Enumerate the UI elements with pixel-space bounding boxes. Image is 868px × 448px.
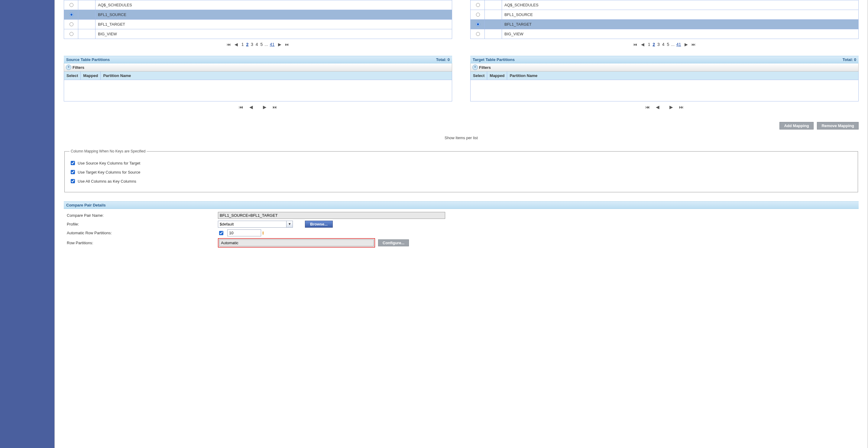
compare-pair-name-field[interactable] [218,212,445,219]
filters-label: Filters [479,65,491,70]
radio-cell [64,20,78,29]
arp-checkbox[interactable] [219,231,223,235]
compare-pair-name-label: Compare Pair Name: [64,213,218,218]
spacer-cell [78,29,95,39]
first-page-icon[interactable]: ⏮ [643,104,652,110]
table-row[interactable]: BFL1_SOURCE [64,10,452,20]
table-row[interactable]: BIG_VIEW [64,29,452,39]
left-sidebar [0,0,54,448]
table-name-cell: AQ$_SCHEDULES [502,0,859,10]
table-name-cell: BFL1_SOURCE [502,10,859,20]
profile-label: Profile: [64,222,218,227]
arp-value-input[interactable] [227,230,261,236]
source-filters-bar[interactable]: + Filters [64,63,452,72]
pager-ellipsis: ... [671,42,676,47]
use-target-key-label: Use Target Key Columns for Source [78,170,140,174]
next-page-icon[interactable]: ▶ [683,42,690,47]
chevron-down-icon[interactable]: ▾ [286,221,293,228]
target-table-panel: AQ$_SCHEDULESBFL1_SOURCEBFL1_TARGETBIG_V… [470,0,859,56]
plus-icon[interactable]: + [472,65,478,70]
configure-button[interactable]: Configure... [378,239,409,246]
pager-page-link[interactable]: 41 [676,42,682,47]
spinner-down-icon[interactable]: ▼ [262,233,265,235]
row-radio[interactable] [476,13,480,16]
target-partition-pager: ⏮ ◀ ▶ ⏭ [470,101,859,122]
browse-button[interactable]: Browse... [305,221,333,228]
use-source-key-label: Use Source Key Columns for Target [78,161,140,166]
table-name-cell: BFL1_SOURCE [95,10,452,20]
target-partition-body [470,80,859,101]
radio-cell [64,10,78,20]
plus-icon[interactable]: + [66,65,71,70]
spacer-cell [485,10,502,20]
remove-mapping-button[interactable]: Remove Mapping [817,122,859,130]
source-partitions-total: Total: 0 [436,57,450,62]
use-target-key-checkbox[interactable] [71,170,75,174]
row-radio[interactable] [69,13,73,16]
next-page-icon[interactable]: ▶ [667,104,676,110]
table-row[interactable]: BFL1_TARGET [64,20,452,29]
last-page-icon[interactable]: ⏭ [270,104,280,110]
pager-page-current[interactable]: 2 [652,42,655,47]
table-name-cell: AQ$_SCHEDULES [95,0,452,10]
pager-page[interactable]: 3 [250,42,254,47]
next-page-icon[interactable]: ▶ [276,42,283,47]
col-mapped: Mapped [487,72,507,80]
first-page-icon[interactable]: ⏮ [631,42,639,47]
row-radio[interactable] [476,32,480,36]
pager-page-current[interactable]: 2 [245,42,249,47]
first-page-icon[interactable]: ⏮ [236,104,246,110]
radio-cell [471,0,485,10]
use-all-columns-label: Use All Columns as Key Columns [78,179,136,183]
add-mapping-button[interactable]: Add Mapping [779,122,813,130]
row-partitions-field[interactable] [219,239,374,246]
spacer-cell [485,29,502,39]
spacer-cell [78,10,95,20]
prev-page-icon[interactable]: ◀ [653,104,662,110]
profile-combo[interactable]: ▾ [218,221,293,228]
pager-page[interactable]: 1 [647,42,651,47]
table-row[interactable]: BIG_VIEW [471,29,859,39]
prev-page-icon[interactable]: ◀ [247,104,255,110]
last-page-icon[interactable]: ⏭ [690,42,698,47]
table-row[interactable]: AQ$_SCHEDULES [471,0,859,10]
use-source-key-checkbox[interactable] [71,161,75,165]
radio-cell [471,10,485,20]
target-partitions-total: Total: 0 [843,57,856,62]
pager-page[interactable]: 5 [259,42,263,47]
pager-page[interactable]: 5 [666,42,670,47]
source-partition-columns: Select Mapped Partition Name [64,72,452,80]
row-partitions-label: Row Partitions: [64,241,218,245]
next-page-icon[interactable]: ▶ [260,104,269,110]
prev-page-icon[interactable]: ◀ [233,42,240,47]
prev-page-icon[interactable]: ◀ [639,42,646,47]
pager-page[interactable]: 4 [661,42,665,47]
row-radio[interactable] [69,22,73,26]
table-name-cell: BFL1_TARGET [502,20,859,29]
last-page-icon[interactable]: ⏭ [677,104,686,110]
column-mapping-fieldset: Column Mapping When No Keys are Specifie… [64,149,858,192]
first-page-icon[interactable]: ⏮ [225,42,233,47]
use-all-columns-checkbox[interactable] [71,179,75,183]
table-row[interactable]: BFL1_TARGET [471,20,859,29]
table-row[interactable]: BFL1_SOURCE [471,10,859,20]
arp-label: Automatic Row Partitions: [64,231,218,235]
row-radio[interactable] [69,32,73,36]
profile-input[interactable] [218,221,286,228]
last-page-icon[interactable]: ⏭ [283,42,291,47]
pager-page[interactable]: 1 [241,42,245,47]
table-row[interactable]: AQ$_SCHEDULES [64,0,452,10]
row-radio[interactable] [69,3,73,7]
source-table: AQ$_SCHEDULESBFL1_SOURCEBFL1_TARGETBIG_V… [64,0,452,39]
table-name-cell: BFL1_TARGET [95,20,452,29]
row-radio[interactable] [476,3,480,7]
pager-page-link[interactable]: 41 [269,42,275,47]
target-partition-columns: Select Mapped Partition Name [470,72,859,80]
radio-cell [64,0,78,10]
pager-page[interactable]: 4 [255,42,259,47]
target-partitions-title: Target Table Partitions [473,57,515,62]
source-table-panel: AQ$_SCHEDULESBFL1_SOURCEBFL1_TARGETBIG_V… [64,0,452,56]
pager-page[interactable]: 3 [657,42,660,47]
row-radio[interactable] [476,22,480,26]
target-filters-bar[interactable]: + Filters [470,63,859,72]
